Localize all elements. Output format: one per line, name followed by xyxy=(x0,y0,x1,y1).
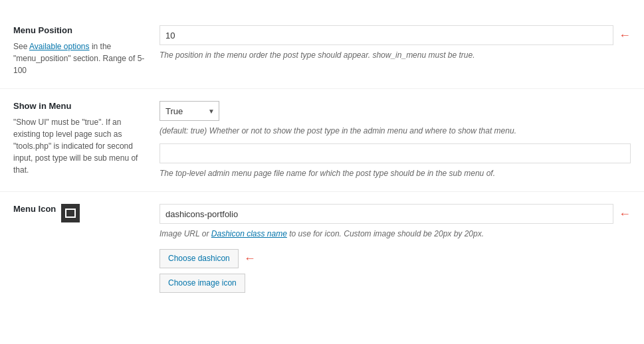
menu-position-content: ← The position in the menu order the pos… xyxy=(160,25,631,61)
show-in-menu-title: Show in Menu xyxy=(13,101,146,111)
menu-icon-arrow: ← xyxy=(619,207,631,221)
show-in-menu-section: Show in Menu "Show UI" must be "true". I… xyxy=(0,89,644,192)
menu-icon-input-row: ← xyxy=(160,204,631,224)
menu-position-label-col: Menu Position See Available options in t… xyxy=(13,25,160,76)
show-in-menu-description: "Show UI" must be "true". If an existing… xyxy=(13,116,146,176)
show-in-menu-sub-input[interactable] xyxy=(160,143,631,163)
folder-icon xyxy=(65,209,76,218)
choose-dashicon-arrow: ← xyxy=(244,252,256,266)
show-in-menu-sub-help: The top-level admin menu page file name … xyxy=(160,167,631,179)
show-in-menu-help: (default: true) Whether or not to show t… xyxy=(160,125,631,137)
menu-position-arrow: ← xyxy=(619,29,631,43)
menu-icon-section: Menu Icon ← Image URL or Dashicon class … xyxy=(0,192,644,305)
settings-form: Menu Position See Available options in t… xyxy=(0,0,644,318)
menu-icon-content: ← Image URL or Dashicon class name to us… xyxy=(160,204,631,293)
menu-position-title: Menu Position xyxy=(13,25,146,35)
menu-icon-buttons: Choose dashicon ← Choose image icon xyxy=(160,249,631,293)
menu-position-section: Menu Position See Available options in t… xyxy=(0,13,644,89)
dashicon-class-link[interactable]: Dashicon class name xyxy=(211,229,287,238)
available-options-link[interactable]: Available options xyxy=(29,42,90,51)
menu-icon-title: Menu Icon xyxy=(13,204,56,214)
menu-icon-label-col: Menu Icon xyxy=(13,204,160,222)
show-in-menu-select[interactable]: True False xyxy=(160,101,219,121)
menu-icon-preview xyxy=(61,204,80,222)
show-in-menu-content: True False ▼ (default: true) Whether or … xyxy=(160,101,631,179)
choose-dashicon-row: Choose dashicon ← xyxy=(160,249,256,268)
menu-position-input[interactable] xyxy=(160,25,613,45)
choose-image-icon-button[interactable]: Choose image icon xyxy=(160,274,245,293)
menu-position-help: The position in the menu order the post … xyxy=(160,49,631,61)
menu-icon-help-after: to use for icon. Custom image should be … xyxy=(287,229,484,238)
show-in-menu-label-col: Show in Menu "Show UI" must be "true". I… xyxy=(13,101,160,176)
menu-position-description: See Available options in the "menu_posit… xyxy=(13,41,146,76)
menu-icon-help: Image URL or Dashicon class name to use … xyxy=(160,228,631,240)
show-in-menu-select-row: True False ▼ xyxy=(160,101,631,121)
show-in-menu-select-wrapper: True False ▼ xyxy=(160,101,219,121)
choose-dashicon-button[interactable]: Choose dashicon xyxy=(160,249,239,268)
menu-icon-help-before: Image URL or xyxy=(160,229,211,238)
menu-position-input-row: ← xyxy=(160,25,631,45)
menu-icon-input[interactable] xyxy=(160,204,613,224)
